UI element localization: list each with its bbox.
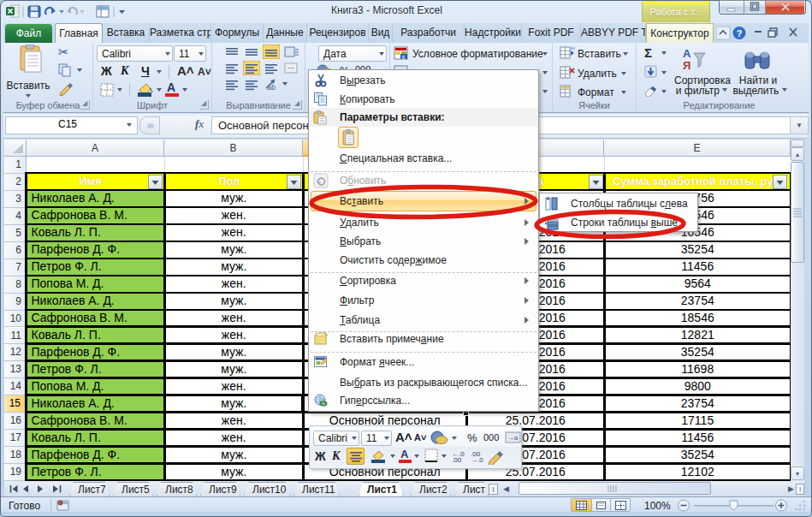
svg-text:.00: .00	[452, 456, 462, 463]
svg-text:А: А	[683, 47, 691, 60]
svg-text:Я: Я	[683, 59, 690, 72]
svg-text:→a: →a	[507, 434, 519, 442]
svg-text:→.0: →.0	[471, 456, 483, 463]
svg-text:s: s	[402, 54, 406, 60]
svg-text:?: ?	[737, 28, 743, 39]
svg-text:ab: ab	[267, 83, 276, 92]
